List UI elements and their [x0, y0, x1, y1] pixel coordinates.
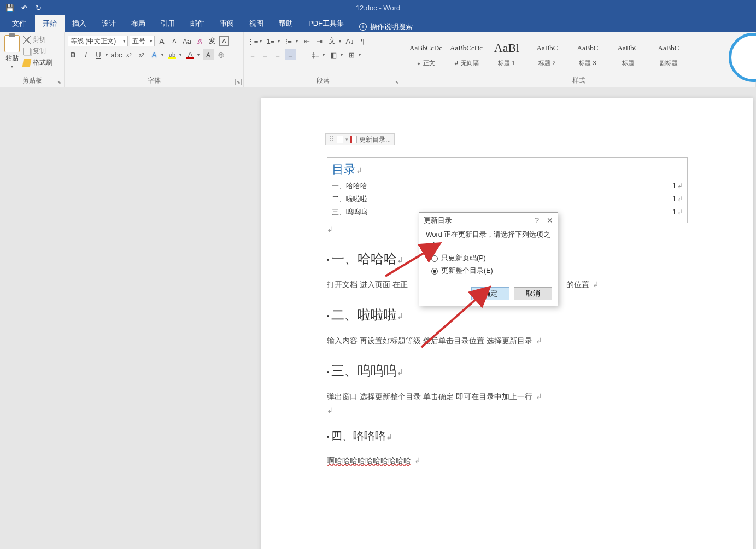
grow-font-button[interactable]: A — [156, 36, 167, 46]
distribute-button[interactable]: ≣ — [297, 49, 308, 60]
dialog-help-button[interactable]: ? — [535, 216, 539, 225]
subscript-button[interactable]: x2 — [124, 49, 134, 60]
undo-button[interactable]: ↶ — [20, 3, 28, 12]
tab-design[interactable]: 设计 — [94, 15, 124, 32]
tab-layout[interactable]: 布局 — [124, 15, 153, 32]
decrease-indent-button[interactable]: ⇤ — [301, 36, 312, 46]
group-clipboard-label: 剪贴板 — [3, 74, 61, 87]
update-mini-icon[interactable] — [350, 136, 357, 143]
ribbon: 粘贴 ▾ 剪切 复制 格式刷 剪贴板 ⬊ 等线 (中文正文) 五号 A A Aa… — [0, 32, 756, 87]
toc-update-pill[interactable]: ⠿ ▾ 更新目录... — [325, 133, 395, 145]
save-button[interactable]: 💾 — [5, 3, 14, 12]
highlight-button[interactable]: ab▾ — [167, 49, 183, 60]
tab-help[interactable]: 帮助 — [271, 15, 301, 32]
sort-button[interactable]: A↓ — [344, 36, 355, 46]
dialog-titlebar[interactable]: 更新目录 ? ✕ — [419, 213, 558, 228]
style-preview: AaBbC — [577, 39, 599, 57]
style-preview: AaBbC — [618, 39, 639, 57]
paste-label: 粘贴 — [5, 54, 19, 63]
enclose-char-button[interactable]: ㊕ — [215, 49, 226, 60]
style-item[interactable]: AaBl标题 1 — [487, 35, 527, 71]
paste-button[interactable]: 粘贴 ▾ — [3, 34, 23, 69]
bulb-icon — [359, 23, 367, 31]
font-launcher[interactable]: ⬊ — [235, 79, 242, 85]
document-area: 目录↲ 一、哈哈哈1↲二、啦啦啦1↲三、呜呜呜1↲ ↲ 一、哈哈哈↲ 打开文档 … — [0, 87, 756, 549]
tab-insert[interactable]: 插入 — [65, 15, 94, 32]
multilevel-button[interactable]: ⁝≡▾ — [283, 36, 300, 46]
dialog-close-button[interactable]: ✕ — [547, 216, 553, 225]
toc-entry[interactable]: 二、啦啦啦1↲ — [332, 194, 683, 204]
heading-4: 四、咯咯咯↲ — [327, 429, 688, 443]
text-effects-button[interactable]: A▾ — [149, 49, 165, 60]
tell-me[interactable]: 操作说明搜索 — [351, 22, 413, 32]
cut-button[interactable]: 剪切 — [23, 35, 52, 44]
borders-button[interactable]: ⊞▾ — [346, 49, 362, 60]
style-item[interactable]: AaBbCcDc↲ 正文 — [406, 35, 446, 71]
tab-home[interactable]: 开始 — [35, 15, 65, 32]
tab-file[interactable]: 文件 — [3, 15, 35, 32]
phonetic-button[interactable]: 変 — [207, 36, 218, 46]
shading-button[interactable]: ◧▾ — [328, 49, 344, 60]
align-right-button[interactable]: ≡ — [272, 49, 283, 60]
clipboard-launcher[interactable]: ⬊ — [56, 79, 62, 85]
window-title: 12.doc - Word — [356, 4, 400, 12]
page[interactable]: 目录↲ 一、哈哈哈1↲二、啦啦啦1↲三、呜呜呜1↲ ↲ 一、哈哈哈↲ 打开文档 … — [261, 98, 753, 549]
style-preview: AaBl — [494, 39, 519, 57]
style-item[interactable]: AaBbC副标题 — [648, 35, 689, 71]
strike-button[interactable]: abc — [111, 49, 122, 60]
char-border-button[interactable]: A — [219, 36, 229, 46]
bold-button[interactable]: B — [68, 49, 79, 60]
style-preview: AaBbCcDc — [409, 39, 442, 57]
align-center-button[interactable]: ≡ — [260, 49, 271, 60]
font-size-combo[interactable]: 五号 — [130, 36, 155, 46]
toc-mini-icon[interactable] — [337, 136, 343, 143]
drag-handle-icon[interactable]: ⠿ — [329, 136, 335, 143]
cancel-button[interactable]: 取消 — [514, 287, 552, 300]
toc-pill-label: 更新目录... — [359, 135, 391, 144]
paragraph-launcher[interactable]: ⬊ — [394, 79, 400, 85]
radio-entire-table[interactable]: 更新整个目录(E) — [426, 265, 551, 277]
dialog-title: 更新目录 — [424, 215, 452, 225]
style-item[interactable]: AaBbC标题 — [608, 35, 648, 71]
show-marks-button[interactable]: ¶ — [357, 36, 368, 46]
copy-button[interactable]: 复制 — [23, 46, 52, 56]
style-item[interactable]: AaBbCcDc↲ 无间隔 — [446, 35, 487, 71]
paragraph-2: 输入内容 再设置好标题等级 然后单击目录位置 选择更新目录↲ — [327, 334, 688, 348]
tab-mail[interactable]: 邮件 — [183, 15, 212, 32]
align-left-button[interactable]: ≡ — [247, 49, 258, 60]
underline-button[interactable]: U▾ — [93, 49, 109, 60]
tab-pdf[interactable]: PDF工具集 — [301, 15, 351, 32]
change-case-button[interactable]: Aa — [181, 36, 192, 46]
tab-references[interactable]: 引用 — [153, 15, 183, 32]
style-preview: AaBbC — [658, 39, 679, 57]
redo-button[interactable]: ↻ — [34, 3, 43, 12]
justify-button[interactable]: ≡ — [285, 49, 296, 60]
tab-review[interactable]: 审阅 — [212, 15, 242, 32]
paragraph-4: 啊哈哈哈哈哈哈哈哈哈哈↲ — [327, 453, 688, 468]
line-spacing-button[interactable]: ‡≡▾ — [310, 49, 326, 60]
superscript-button[interactable]: x2 — [136, 49, 147, 60]
toc-entry[interactable]: 一、哈哈哈1↲ — [332, 181, 683, 191]
italic-button[interactable]: I — [80, 49, 91, 60]
ok-button[interactable]: 确定 — [471, 287, 509, 300]
clear-formatting-button[interactable]: A̷ — [194, 36, 205, 46]
shrink-font-button[interactable]: A — [169, 36, 180, 46]
asian-layout-button[interactable]: 文▾ — [326, 36, 343, 46]
bullets-button[interactable]: ⋮≡▾ — [247, 36, 263, 46]
style-name: ↲ 无间隔 — [454, 59, 478, 67]
title-bar: 💾 ↶ ↻ 12.doc - Word — [0, 0, 756, 15]
paste-dropdown-icon[interactable]: ▾ — [11, 64, 13, 69]
tab-view[interactable]: 视图 — [242, 15, 271, 32]
char-shading-button[interactable]: A — [203, 49, 214, 60]
heading-3: 三、呜呜呜↲ — [327, 362, 688, 379]
style-name: 副标题 — [660, 59, 678, 67]
font-color-button[interactable]: A▾ — [185, 49, 201, 60]
radio-page-numbers[interactable]: 只更新页码(P) — [426, 252, 551, 265]
style-item[interactable]: AaBbC标题 2 — [527, 35, 567, 71]
paragraph-3: 弹出窗口 选择更新整个目录 单击确定 即可在目录中加上一行↲ — [327, 389, 688, 404]
increase-indent-button[interactable]: ⇥ — [314, 36, 325, 46]
style-item[interactable]: AaBbC标题 3 — [567, 35, 608, 71]
format-painter-button[interactable]: 格式刷 — [23, 58, 52, 67]
numbering-button[interactable]: 1≡▾ — [265, 36, 282, 46]
font-name-combo[interactable]: 等线 (中文正文) — [68, 36, 128, 46]
